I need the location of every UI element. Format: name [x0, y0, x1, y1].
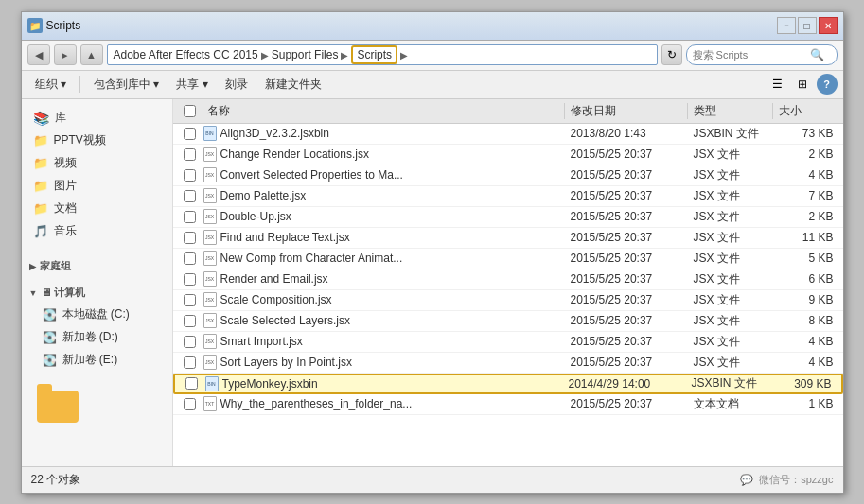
row-checkbox[interactable]	[184, 252, 196, 265]
search-bar[interactable]: 🔍	[686, 44, 838, 65]
path-arrow-1: ▶	[261, 50, 269, 61]
row-checkbox[interactable]	[184, 211, 196, 223]
table-row[interactable]: BIN TypeMonkey.jsxbin 2014/4/29 14:00 JS…	[173, 374, 843, 394]
row-checkbox[interactable]	[184, 232, 196, 244]
row-checkbox[interactable]	[184, 294, 196, 306]
sidebar-item-video[interactable]: 📁 视频	[22, 152, 172, 175]
sidebar: 📚 库 📁 PPTV视频 📁 视频 📁 图片 📁 文档	[22, 99, 173, 466]
file-date: 2014/4/29 14:00	[563, 377, 686, 391]
file-name: Align3D_v2.3.2.jsxbin	[220, 127, 565, 140]
table-row[interactable]: JSX Sort Layers by In Point.jsx 2015/5/2…	[173, 353, 843, 374]
file-type: JSXBIN 文件	[686, 375, 771, 391]
file-size: 4 KB	[773, 168, 839, 182]
sidebar-section-library: 📚 库 📁 PPTV视频 📁 视频 📁 图片 📁 文档	[22, 103, 172, 247]
table-row[interactable]: TXT Why_the_parentheses_in_folder_na... …	[173, 394, 843, 415]
row-check	[177, 211, 203, 223]
share-button[interactable]: 共享 ▾	[168, 74, 215, 95]
burn-button[interactable]: 刻录	[218, 74, 256, 95]
row-checkbox[interactable]	[184, 190, 196, 202]
file-date: 2015/5/25 20:37	[565, 168, 688, 182]
wechat-icon: 💬	[740, 474, 753, 486]
homegroup-expand-icon: ▶	[29, 262, 36, 271]
row-checkbox[interactable]	[184, 336, 196, 348]
select-all-checkbox[interactable]	[184, 105, 196, 117]
file-type: JSX 文件	[688, 251, 773, 267]
col-date-header[interactable]: 修改日期	[565, 103, 688, 119]
file-name: Change Render Locations.jsx	[220, 148, 565, 161]
file-date: 2013/8/20 1:43	[565, 127, 688, 140]
table-row[interactable]: JSX New Comp from Character Animat... 20…	[173, 249, 843, 269]
title-bar-left: 📁 Scripts	[27, 18, 81, 33]
table-row[interactable]: JSX Demo Palette.jsx 2015/5/25 20:37 JSX…	[173, 186, 843, 207]
help-button[interactable]: ?	[817, 74, 838, 95]
up-button[interactable]: ▲	[80, 44, 103, 65]
sidebar-item-pptv[interactable]: 📁 PPTV视频	[22, 130, 172, 152]
path-segment-1: Adobe After Effects CC 2015	[114, 48, 258, 61]
window-title: Scripts	[46, 19, 81, 32]
back-button[interactable]: ◀	[27, 44, 50, 65]
file-date: 2015/5/25 20:37	[565, 189, 688, 202]
row-checkbox[interactable]	[184, 273, 196, 286]
sidebar-item-drive-d[interactable]: 💽 新加卷 (D:)	[22, 326, 172, 349]
table-row[interactable]: JSX Scale Selected Layers.jsx 2015/5/25 …	[173, 311, 843, 332]
file-name: Convert Selected Properties to Ma...	[220, 168, 565, 182]
file-date: 2015/5/25 20:37	[565, 272, 688, 286]
address-path[interactable]: Adobe After Effects CC 2015 ▶ Support Fi…	[107, 44, 658, 65]
table-row[interactable]: JSX Find and Replace Text.jsx 2015/5/25 …	[173, 228, 843, 249]
toolbar-separator-1	[79, 76, 80, 93]
file-size: 4 KB	[773, 335, 839, 348]
row-checkbox[interactable]	[184, 398, 196, 410]
file-name: Render and Email.jsx	[220, 272, 565, 286]
sidebar-label-pictures: 图片	[54, 178, 77, 194]
table-row[interactable]: JSX Convert Selected Properties to Ma...…	[173, 165, 843, 186]
sidebar-item-music[interactable]: 🎵 音乐	[22, 220, 172, 243]
search-input[interactable]	[693, 49, 806, 61]
row-checkbox[interactable]	[184, 128, 196, 140]
row-checkbox[interactable]	[184, 148, 196, 161]
file-date: 2015/5/25 20:37	[565, 148, 688, 161]
row-checkbox[interactable]	[184, 169, 196, 182]
maximize-button[interactable]: □	[798, 17, 817, 34]
table-row[interactable]: JSX Scale Composition.jsx 2015/5/25 20:3…	[173, 290, 843, 311]
file-size: 7 KB	[773, 189, 839, 202]
file-size: 309 KB	[771, 377, 838, 391]
col-check-header	[177, 105, 203, 117]
jsx-icon: JSX	[203, 147, 217, 162]
sidebar-item-pictures[interactable]: 📁 图片	[22, 175, 172, 198]
close-button[interactable]: ✕	[819, 17, 838, 34]
table-row[interactable]: BIN Align3D_v2.3.2.jsxbin 2013/8/20 1:43…	[173, 124, 843, 145]
file-type: JSX 文件	[688, 209, 773, 225]
include-button[interactable]: 包含到库中 ▾	[86, 74, 167, 95]
view-details-icon[interactable]: ⊞	[792, 74, 813, 95]
file-date: 2015/5/25 20:37	[565, 210, 688, 223]
main-area: 📚 库 📁 PPTV视频 📁 视频 📁 图片 📁 文档	[22, 99, 843, 466]
row-check	[177, 148, 203, 161]
minimize-button[interactable]: －	[777, 17, 796, 34]
col-name-header[interactable]: 名称	[203, 103, 565, 119]
new-folder-button[interactable]: 新建文件夹	[257, 74, 329, 95]
view-list-icon[interactable]: ☰	[767, 74, 788, 95]
sidebar-item-library[interactable]: 📚 库	[22, 107, 172, 130]
table-row[interactable]: JSX Change Render Locations.jsx 2015/5/2…	[173, 145, 843, 165]
row-checkbox[interactable]	[185, 377, 198, 390]
sidebar-item-drive-e[interactable]: 💽 新加卷 (E:)	[22, 349, 172, 372]
row-check	[177, 169, 203, 182]
content-area: 名称 修改日期 类型 大小 BIN Align3D_v2.3.2.jsxbin …	[173, 99, 843, 466]
sidebar-label-docs: 文档	[54, 200, 77, 217]
row-checkbox[interactable]	[184, 315, 196, 327]
refresh-button[interactable]: ↻	[661, 44, 682, 65]
col-size-header[interactable]: 大小	[773, 103, 839, 119]
table-row[interactable]: JSX Smart Import.jsx 2015/5/25 20:37 JSX…	[173, 332, 843, 353]
organize-button[interactable]: 组织 ▾	[27, 74, 74, 95]
table-row[interactable]: JSX Render and Email.jsx 2015/5/25 20:37…	[173, 269, 843, 290]
col-type-header[interactable]: 类型	[688, 103, 773, 119]
row-checkbox[interactable]	[184, 356, 196, 369]
path-arrow-3: ▶	[400, 50, 408, 61]
file-name: Find and Replace Text.jsx	[220, 231, 565, 244]
forward-button[interactable]: ▸	[54, 44, 77, 65]
jsx-icon: JSX	[203, 313, 217, 328]
sidebar-item-drive-c[interactable]: 💽 本地磁盘 (C:)	[22, 304, 172, 326]
table-row[interactable]: JSX Double-Up.jsx 2015/5/25 20:37 JSX 文件…	[173, 207, 843, 228]
sidebar-item-docs[interactable]: 📁 文档	[22, 198, 172, 220]
file-size: 4 KB	[773, 356, 839, 369]
